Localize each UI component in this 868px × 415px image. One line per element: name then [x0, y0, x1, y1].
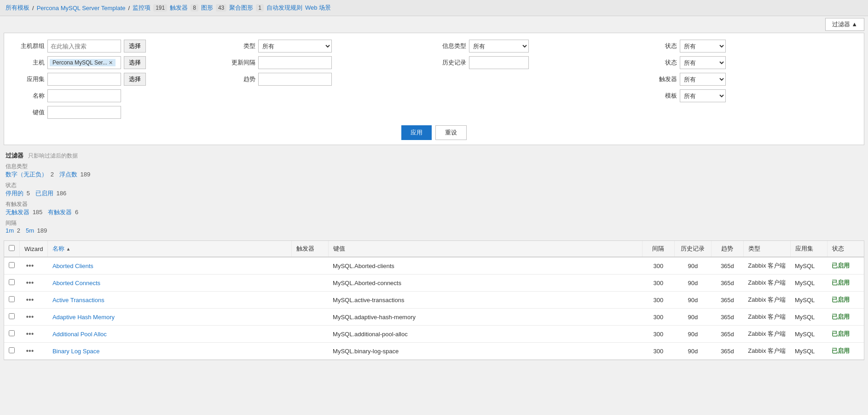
status1-select[interactable]: 所有 [680, 40, 726, 53]
row-checkbox-1[interactable] [9, 279, 15, 285]
interval-input[interactable] [258, 56, 332, 69]
summary-header: 过滤器 只影响过滤后的数据 [6, 152, 862, 160]
type-select[interactable]: 所有 [258, 40, 332, 53]
breadcrumb: 所有模板 / Percona MySQL Server Template / 监… [0, 0, 868, 16]
row-status-cell: 已启用 [827, 257, 864, 275]
row-name-link-4[interactable]: Additional Pool Alloc [52, 331, 107, 338]
row-actions-button-3[interactable]: ••• [24, 312, 36, 322]
history-input[interactable] [469, 56, 529, 69]
interval-item-2: 5m 189 [26, 227, 47, 234]
trigger-count-1: 185 [33, 209, 43, 216]
status-link-2[interactable]: 已启用 [35, 190, 53, 197]
trend-input[interactable] [258, 73, 332, 86]
row-name-link-2[interactable]: Active Transactions [52, 297, 104, 304]
host-tag-close[interactable]: ✕ [109, 60, 113, 66]
breadcrumb-all-templates[interactable]: 所有模板 [6, 4, 29, 12]
row-checkbox-5[interactable] [9, 347, 15, 353]
apply-button[interactable]: 应用 [401, 125, 432, 140]
filter-row-host: 主机 Percona MySQL Ser... ✕ 选择 [12, 56, 223, 69]
info-type-item-1: 数字（无正负） 2 [6, 170, 54, 179]
row-trend-cell: 365d [711, 275, 743, 292]
breadcrumb-web[interactable]: Web 场景 [305, 4, 331, 12]
status-item-2: 已启用 186 [35, 189, 66, 198]
name-sort-link[interactable]: 名称 ▲ [52, 245, 286, 253]
breadcrumb-charts[interactable]: 图形 [201, 4, 213, 12]
filter-toggle-button[interactable]: 过滤器 ▲ [825, 18, 864, 31]
info-type-select[interactable]: 所有 [469, 40, 529, 53]
info-type-label: 信息类型 [434, 42, 466, 50]
summary-info-type-group: 信息类型 数字（无正负） 2 浮点数 189 [6, 163, 862, 179]
row-key-cell: MySQL.Aborted-connects [328, 275, 642, 292]
trigger-select[interactable]: 所有 [680, 73, 726, 86]
triggers-col-header: 触发器 [291, 241, 328, 257]
filter-row-key: 键值 [12, 106, 223, 119]
interval-col-header: 间隔 [642, 241, 674, 257]
summary-subtitle: 只影响过滤后的数据 [28, 152, 78, 159]
row-checkbox-2[interactable] [9, 296, 15, 302]
select-all-checkbox[interactable] [9, 245, 15, 251]
reset-button[interactable]: 重设 [435, 125, 467, 140]
row-actions-button-4[interactable]: ••• [24, 329, 36, 339]
row-key-cell: MySQL.binary-log-space [328, 343, 642, 360]
breadcrumb-sep1: / [32, 5, 34, 12]
row-interval-cell: 300 [642, 343, 674, 360]
row-checkbox-3[interactable] [9, 313, 15, 319]
host-select-button[interactable]: 选择 [124, 56, 146, 69]
trigger-link-1[interactable]: 无触发器 [6, 209, 29, 216]
appset-select-button[interactable]: 选择 [124, 73, 146, 86]
name-sort-arrow: ▲ [66, 246, 70, 251]
row-checkbox-0[interactable] [9, 262, 15, 268]
row-type-cell: Zabbix 客户端 [743, 257, 790, 275]
trigger-link-2[interactable]: 有触发器 [48, 209, 72, 216]
table-row: ••• Binary Log Space MySQL.binary-log-sp… [4, 343, 864, 360]
row-interval-cell: 300 [642, 257, 674, 275]
status-link-1[interactable]: 停用的 [6, 190, 23, 197]
breadcrumb-triggers[interactable]: 触发器 [170, 4, 188, 12]
row-actions-button-2[interactable]: ••• [24, 295, 36, 305]
table-row: ••• Additional Pool Alloc MySQL.addition… [4, 326, 864, 343]
row-name-link-0[interactable]: Aborted Clients [52, 263, 93, 269]
row-type-cell: Zabbix 客户端 [743, 275, 790, 292]
row-trend-cell: 365d [711, 292, 743, 309]
row-interval-cell: 300 [642, 326, 674, 343]
host-group-input[interactable] [47, 40, 121, 53]
row-actions-button-5[interactable]: ••• [24, 346, 36, 356]
host-tag-input[interactable]: Percona MySQL Ser... ✕ [47, 56, 121, 69]
summary-info-type-label: 信息类型 [6, 163, 862, 170]
filter-toggle-container: 过滤器 ▲ [0, 16, 868, 33]
info-type-link-1[interactable]: 数字（无正负） [6, 171, 47, 178]
info-type-count-2: 189 [80, 171, 90, 178]
row-actions-button-1[interactable]: ••• [24, 278, 36, 288]
interval-item-1: 1m 2 [6, 227, 20, 234]
name-input[interactable] [47, 89, 121, 102]
row-status-badge-3: 已启用 [832, 313, 850, 320]
table-row: ••• Adaptive Hash Memory MySQL.adaptive-… [4, 309, 864, 326]
info-type-link-2[interactable]: 浮点数 [59, 171, 77, 178]
row-history-cell: 90d [674, 309, 711, 326]
row-interval-cell: 300 [642, 292, 674, 309]
row-key-cell: MySQL.Aborted-clients [328, 257, 642, 275]
row-name-link-3[interactable]: Adaptive Hash Memory [52, 314, 115, 321]
appset-input[interactable] [47, 73, 121, 86]
row-actions-cell: ••• [20, 275, 48, 292]
row-name-link-5[interactable]: Binary Log Space [52, 348, 100, 355]
row-key-cell: MySQL.additional-pool-alloc [328, 326, 642, 343]
key-input[interactable] [47, 106, 121, 119]
row-status-cell: 已启用 [827, 292, 864, 309]
breadcrumb-monitors[interactable]: 监控项 [133, 4, 150, 12]
template-select[interactable]: 所有 [680, 89, 726, 102]
name-col-header[interactable]: 名称 ▲ [48, 241, 291, 257]
status2-select[interactable]: 所有 [680, 56, 726, 69]
interval-link-1[interactable]: 1m [6, 227, 14, 234]
host-group-select-button[interactable]: 选择 [124, 40, 146, 53]
breadcrumb-discovery[interactable]: 自动发现规则 [266, 4, 302, 12]
row-triggers-cell [291, 309, 328, 326]
interval-count-1: 2 [17, 227, 20, 234]
trigger-label: 触发器 [645, 75, 677, 83]
row-actions-button-0[interactable]: ••• [24, 261, 36, 271]
row-checkbox-4[interactable] [9, 330, 15, 336]
row-name-link-1[interactable]: Aborted Connects [52, 280, 100, 286]
breadcrumb-template[interactable]: Percona MySQL Server Template [37, 5, 126, 12]
interval-link-2[interactable]: 5m [26, 227, 34, 234]
breadcrumb-compound[interactable]: 聚合图形 [229, 4, 253, 12]
